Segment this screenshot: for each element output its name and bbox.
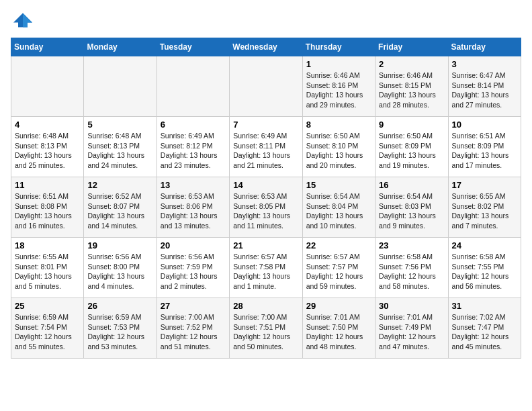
calendar-cell: 22Sunrise: 6:57 AM Sunset: 7:57 PM Dayli… bbox=[302, 238, 375, 298]
day-info: Sunrise: 7:01 AM Sunset: 7:49 PM Dayligh… bbox=[379, 312, 444, 352]
day-info: Sunrise: 6:51 AM Sunset: 8:08 PM Dayligh… bbox=[15, 191, 80, 231]
calendar-cell bbox=[230, 56, 302, 117]
day-info: Sunrise: 6:48 AM Sunset: 8:13 PM Dayligh… bbox=[15, 131, 80, 171]
day-number: 10 bbox=[452, 120, 517, 130]
day-info: Sunrise: 7:01 AM Sunset: 7:50 PM Dayligh… bbox=[306, 312, 371, 352]
calendar-cell bbox=[11, 56, 84, 117]
calendar-cell: 16Sunrise: 6:54 AM Sunset: 8:03 PM Dayli… bbox=[375, 177, 448, 238]
calendar-cell bbox=[84, 56, 157, 117]
day-info: Sunrise: 7:00 AM Sunset: 7:52 PM Dayligh… bbox=[161, 312, 226, 352]
day-info: Sunrise: 6:58 AM Sunset: 7:56 PM Dayligh… bbox=[379, 252, 444, 291]
day-number: 12 bbox=[87, 180, 152, 190]
day-number: 13 bbox=[161, 180, 226, 190]
calendar-cell: 24Sunrise: 6:58 AM Sunset: 7:55 PM Dayli… bbox=[448, 238, 521, 298]
week-row-4: 18Sunrise: 6:55 AM Sunset: 8:01 PM Dayli… bbox=[11, 238, 521, 298]
header-monday: Monday bbox=[84, 38, 157, 56]
calendar-cell: 20Sunrise: 6:56 AM Sunset: 7:59 PM Dayli… bbox=[157, 238, 229, 298]
day-number: 5 bbox=[87, 120, 152, 130]
page-header bbox=[11, 11, 521, 30]
day-number: 6 bbox=[161, 120, 226, 130]
week-row-1: 1Sunrise: 6:46 AM Sunset: 8:16 PM Daylig… bbox=[11, 56, 521, 117]
calendar-cell: 7Sunrise: 6:49 AM Sunset: 8:11 PM Daylig… bbox=[230, 117, 302, 177]
day-number: 25 bbox=[15, 301, 80, 311]
calendar-cell: 10Sunrise: 6:51 AM Sunset: 8:09 PM Dayli… bbox=[448, 117, 521, 177]
header-friday: Friday bbox=[375, 38, 448, 56]
week-row-2: 4Sunrise: 6:48 AM Sunset: 8:13 PM Daylig… bbox=[11, 117, 521, 177]
day-info: Sunrise: 6:56 AM Sunset: 8:00 PM Dayligh… bbox=[87, 252, 152, 291]
calendar-cell: 25Sunrise: 6:59 AM Sunset: 7:54 PM Dayli… bbox=[11, 298, 84, 359]
calendar-cell: 26Sunrise: 6:59 AM Sunset: 7:53 PM Dayli… bbox=[84, 298, 157, 359]
day-info: Sunrise: 6:56 AM Sunset: 7:59 PM Dayligh… bbox=[161, 252, 226, 291]
day-info: Sunrise: 6:53 AM Sunset: 8:05 PM Dayligh… bbox=[233, 191, 298, 231]
calendar-cell: 6Sunrise: 6:49 AM Sunset: 8:12 PM Daylig… bbox=[157, 117, 229, 177]
day-info: Sunrise: 6:57 AM Sunset: 7:57 PM Dayligh… bbox=[306, 252, 371, 291]
day-info: Sunrise: 6:59 AM Sunset: 7:53 PM Dayligh… bbox=[87, 312, 152, 352]
day-number: 18 bbox=[15, 240, 80, 250]
calendar-table: SundayMondayTuesdayWednesdayThursdayFrid… bbox=[11, 38, 521, 359]
day-number: 31 bbox=[452, 301, 517, 311]
day-number: 15 bbox=[306, 180, 371, 190]
header-wednesday: Wednesday bbox=[230, 38, 302, 56]
day-number: 19 bbox=[87, 240, 152, 250]
calendar-cell: 9Sunrise: 6:50 AM Sunset: 8:09 PM Daylig… bbox=[375, 117, 448, 177]
day-info: Sunrise: 6:49 AM Sunset: 8:12 PM Dayligh… bbox=[161, 131, 226, 171]
calendar-cell: 2Sunrise: 6:46 AM Sunset: 8:15 PM Daylig… bbox=[375, 56, 448, 117]
day-info: Sunrise: 6:57 AM Sunset: 7:58 PM Dayligh… bbox=[233, 252, 298, 291]
day-number: 16 bbox=[379, 180, 444, 190]
day-number: 11 bbox=[15, 180, 80, 190]
week-row-3: 11Sunrise: 6:51 AM Sunset: 8:08 PM Dayli… bbox=[11, 177, 521, 238]
day-info: Sunrise: 6:51 AM Sunset: 8:09 PM Dayligh… bbox=[452, 131, 517, 171]
day-info: Sunrise: 7:02 AM Sunset: 7:47 PM Dayligh… bbox=[452, 312, 517, 352]
calendar-cell: 29Sunrise: 7:01 AM Sunset: 7:50 PM Dayli… bbox=[302, 298, 375, 359]
day-number: 26 bbox=[87, 301, 152, 311]
day-number: 7 bbox=[233, 120, 298, 130]
day-info: Sunrise: 6:58 AM Sunset: 7:55 PM Dayligh… bbox=[452, 252, 517, 291]
calendar-cell: 14Sunrise: 6:53 AM Sunset: 8:05 PM Dayli… bbox=[230, 177, 302, 238]
calendar-cell: 21Sunrise: 6:57 AM Sunset: 7:58 PM Dayli… bbox=[230, 238, 302, 298]
calendar-cell: 11Sunrise: 6:51 AM Sunset: 8:08 PM Dayli… bbox=[11, 177, 84, 238]
header-tuesday: Tuesday bbox=[157, 38, 229, 56]
day-number: 2 bbox=[379, 59, 444, 69]
calendar-header-row: SundayMondayTuesdayWednesdayThursdayFrid… bbox=[11, 38, 521, 56]
day-number: 9 bbox=[379, 120, 444, 130]
day-number: 28 bbox=[233, 301, 298, 311]
day-info: Sunrise: 7:00 AM Sunset: 7:51 PM Dayligh… bbox=[233, 312, 298, 352]
calendar-cell: 3Sunrise: 6:47 AM Sunset: 8:14 PM Daylig… bbox=[448, 56, 521, 117]
header-thursday: Thursday bbox=[302, 38, 375, 56]
calendar-cell: 13Sunrise: 6:53 AM Sunset: 8:06 PM Dayli… bbox=[157, 177, 229, 238]
day-info: Sunrise: 6:55 AM Sunset: 8:02 PM Dayligh… bbox=[452, 191, 517, 231]
day-info: Sunrise: 6:53 AM Sunset: 8:06 PM Dayligh… bbox=[161, 191, 226, 231]
day-info: Sunrise: 6:50 AM Sunset: 8:09 PM Dayligh… bbox=[379, 131, 444, 171]
day-number: 4 bbox=[15, 120, 80, 130]
day-info: Sunrise: 6:48 AM Sunset: 8:13 PM Dayligh… bbox=[87, 131, 152, 171]
calendar-cell: 19Sunrise: 6:56 AM Sunset: 8:00 PM Dayli… bbox=[84, 238, 157, 298]
calendar-cell: 30Sunrise: 7:01 AM Sunset: 7:49 PM Dayli… bbox=[375, 298, 448, 359]
calendar-cell: 17Sunrise: 6:55 AM Sunset: 8:02 PM Dayli… bbox=[448, 177, 521, 238]
calendar-cell: 8Sunrise: 6:50 AM Sunset: 8:10 PM Daylig… bbox=[302, 117, 375, 177]
header-saturday: Saturday bbox=[448, 38, 521, 56]
logo bbox=[11, 11, 39, 30]
day-number: 30 bbox=[379, 301, 444, 311]
day-number: 3 bbox=[452, 59, 517, 69]
day-info: Sunrise: 6:55 AM Sunset: 8:01 PM Dayligh… bbox=[15, 252, 80, 291]
calendar-cell: 5Sunrise: 6:48 AM Sunset: 8:13 PM Daylig… bbox=[84, 117, 157, 177]
day-info: Sunrise: 6:50 AM Sunset: 8:10 PM Dayligh… bbox=[306, 131, 371, 171]
calendar-cell: 28Sunrise: 7:00 AM Sunset: 7:51 PM Dayli… bbox=[230, 298, 302, 359]
day-number: 20 bbox=[161, 240, 226, 250]
day-number: 14 bbox=[233, 180, 298, 190]
day-info: Sunrise: 6:46 AM Sunset: 8:15 PM Dayligh… bbox=[379, 71, 444, 110]
day-number: 24 bbox=[452, 240, 517, 250]
day-number: 27 bbox=[161, 301, 226, 311]
calendar-cell: 31Sunrise: 7:02 AM Sunset: 7:47 PM Dayli… bbox=[448, 298, 521, 359]
calendar-cell: 23Sunrise: 6:58 AM Sunset: 7:56 PM Dayli… bbox=[375, 238, 448, 298]
day-info: Sunrise: 6:59 AM Sunset: 7:54 PM Dayligh… bbox=[15, 312, 80, 352]
day-info: Sunrise: 6:49 AM Sunset: 8:11 PM Dayligh… bbox=[233, 131, 298, 171]
day-info: Sunrise: 6:54 AM Sunset: 8:04 PM Dayligh… bbox=[306, 191, 371, 231]
calendar-cell: 27Sunrise: 7:00 AM Sunset: 7:52 PM Dayli… bbox=[157, 298, 229, 359]
day-number: 21 bbox=[233, 240, 298, 250]
calendar-cell: 15Sunrise: 6:54 AM Sunset: 8:04 PM Dayli… bbox=[302, 177, 375, 238]
day-number: 22 bbox=[306, 240, 371, 250]
week-row-5: 25Sunrise: 6:59 AM Sunset: 7:54 PM Dayli… bbox=[11, 298, 521, 359]
day-info: Sunrise: 6:54 AM Sunset: 8:03 PM Dayligh… bbox=[379, 191, 444, 231]
calendar-cell bbox=[157, 56, 229, 117]
